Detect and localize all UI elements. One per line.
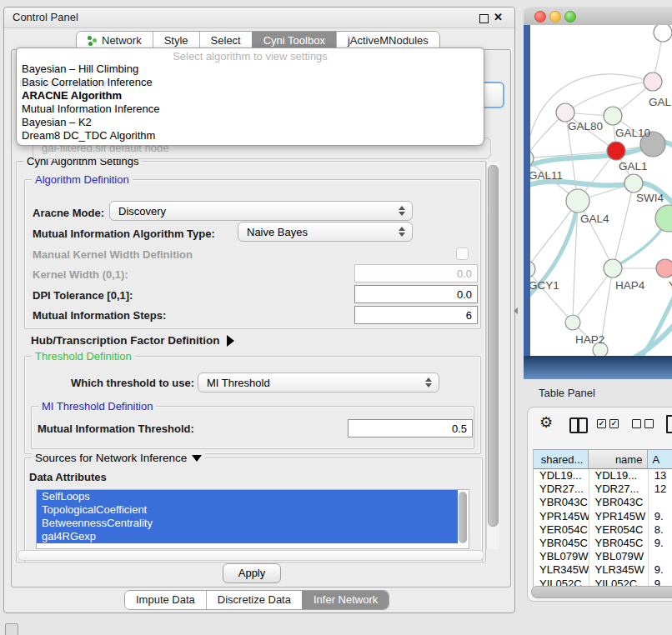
algorithm-dropdown-popup: Select algorithm to view settings Bayesi… [16, 48, 484, 146]
node-top-partial[interactable] [654, 25, 672, 42]
table-hscrollbar[interactable] [531, 586, 672, 598]
node-gcy1-label: GCY1 [530, 279, 559, 292]
column-header-shared[interactable]: shared... [534, 450, 589, 469]
algorithm-option[interactable]: Bayesian – K2 [18, 116, 482, 129]
bottom-tab-impute-data[interactable]: Impute Data [125, 591, 206, 609]
node-gal4[interactable] [566, 189, 589, 212]
table-header-row: shared...nameA [534, 450, 672, 469]
algorithm-option[interactable]: ARACNE Algorithm [18, 89, 482, 102]
mi-threshold-input[interactable] [348, 419, 473, 438]
table-row[interactable]: YER054CYER054C8. [534, 523, 672, 537]
algorithm-option[interactable]: Mutual Information Inference [18, 102, 482, 116]
data-attributes-list[interactable]: SelfLoopsTopologicalCoefficientBetweenne… [36, 489, 469, 549]
stepper-icon [425, 377, 431, 388]
control-panel-window: Control Panel ✕ NetworkStyleSelectCyni T… [3, 7, 515, 613]
table-panel: ⚙ ✓✓ shared...nameA YDL19...YDL19...13YD… [527, 407, 672, 602]
node-hap4[interactable] [604, 259, 622, 278]
table-panel-title: Table Panel [539, 387, 595, 399]
control-panel-title: Control Panel [13, 11, 78, 23]
control-panel-titlebar: Control Panel ✕ [4, 8, 514, 28]
hub-definition-toggle[interactable]: Hub/Transcription Factor Definition [31, 334, 234, 347]
threshold-definition-title: Threshold Definition [32, 350, 135, 362]
float-window-icon[interactable] [479, 14, 489, 23]
node-hap2-label: HAP2 [575, 333, 604, 346]
which-threshold-combo[interactable]: MI Threshold [198, 372, 439, 392]
column-header-A[interactable]: A [648, 450, 672, 469]
document-icon[interactable] [666, 415, 672, 433]
kernel-width-input[interactable] [354, 264, 478, 282]
bottom-tab-label: Impute Data [136, 591, 195, 609]
table-cell: 12 [649, 482, 672, 496]
zoom-traffic-light-icon[interactable] [564, 11, 576, 22]
stepper-icon [399, 226, 404, 238]
table-row[interactable]: YBR043CYBR043C [534, 496, 672, 509]
node-green-big[interactable] [655, 205, 672, 232]
network-window-titlebar[interactable] [524, 7, 672, 26]
attribute-list-item[interactable]: SelfLoops [37, 490, 458, 503]
node-salmon[interactable] [656, 259, 672, 278]
table-cell: 9. [649, 510, 672, 523]
table-cell: YER054C [534, 523, 589, 537]
manual-kernel-checkbox[interactable] [456, 248, 469, 260]
control-panel-bottom-tabs: Impute DataDiscretize DataInfer Network [124, 590, 389, 610]
table-cell: YDL19... [534, 469, 589, 482]
stepper-icon [399, 205, 404, 217]
algorithm-option[interactable]: Bayesian – Hill Climbing [18, 62, 482, 76]
table-row[interactable]: YBL079WYBL079W [534, 550, 672, 563]
table-cell: YDR27... [534, 482, 589, 496]
close-traffic-light-icon[interactable] [534, 11, 546, 22]
algorithm-option[interactable]: Dream8 DC_TDC Algorithm [18, 129, 482, 142]
bottom-tab-infer-network[interactable]: Infer Network [302, 591, 389, 609]
mi-type-combo[interactable]: Naive Bayes [238, 222, 413, 242]
pane-resize-cursor [510, 308, 518, 314]
node-swi4[interactable] [624, 174, 643, 192]
mi-steps-input[interactable] [354, 306, 478, 324]
list-scrollbar-thumb[interactable] [459, 492, 467, 543]
sources-toggle[interactable]: Sources for Network Inference [32, 452, 205, 464]
table-row[interactable]: YDR27...YDR27...12 [534, 482, 672, 496]
dpi-tolerance-input[interactable] [354, 285, 478, 303]
attribute-list-item[interactable]: BetweennessCentrality [37, 517, 458, 530]
close-icon[interactable]: ✕ [494, 11, 503, 23]
aracne-mode-label: Aracne Mode: [33, 207, 104, 219]
node-gal11-label: GAL11 [530, 169, 563, 182]
attribute-list-item[interactable]: gal4RGexp [37, 530, 458, 543]
hub-definition-label: Hub/Transcription Factor Definition [31, 334, 220, 347]
table-cell: 9. [649, 563, 672, 577]
table-row[interactable]: YDL19...YDL19...13 [534, 469, 672, 482]
aracne-mode-combo[interactable]: Discovery [109, 201, 413, 221]
table-cell: YBR045C [534, 537, 589, 550]
node-gal10[interactable] [604, 107, 622, 125]
node-hap2[interactable] [565, 315, 580, 330]
collapsed-panel-icon[interactable] [5, 623, 18, 635]
mi-type-value: Naive Bayes [247, 226, 308, 238]
node-gal1-label: GAL1 [619, 160, 648, 172]
settings-vscrollbar-thumb[interactable] [488, 165, 499, 527]
column-header-name[interactable]: name [589, 450, 648, 469]
node-gal80[interactable] [556, 103, 574, 122]
apply-button[interactable]: Apply [223, 563, 281, 583]
node-gal10-label: GAL10 [615, 127, 650, 139]
attribute-list-item[interactable]: TopologicalCoefficient [37, 503, 458, 517]
table-row[interactable]: YBR045CYBR045C9. [534, 537, 672, 550]
table-row[interactable]: YLR345WYLR345W9. [534, 563, 672, 577]
node-gal[interactable] [644, 72, 662, 91]
settings-hscrollbar[interactable] [18, 550, 484, 561]
columns-icon[interactable] [569, 418, 588, 433]
minimize-traffic-light-icon[interactable] [549, 11, 561, 22]
node-gal1[interactable] [607, 142, 625, 160]
bottom-tab-discretize-data[interactable]: Discretize Data [206, 591, 302, 609]
gear-icon[interactable]: ⚙ [539, 413, 553, 432]
select-all-checkboxes-icon[interactable]: ✓✓ [597, 419, 619, 434]
deselect-all-checkboxes-icon[interactable] [632, 419, 654, 434]
network-canvas[interactable]: GALGAL80GAL10GAL1GAL11SWI4GAL4GCY1HAP4YH… [530, 25, 672, 356]
node-table[interactable]: shared...nameA YDL19...YDL19...13YDR27..… [533, 449, 672, 588]
network-focus-border-bottom [524, 356, 672, 379]
which-threshold-value: MI Threshold [207, 377, 270, 389]
network-icon [88, 36, 92, 40]
node-gcy1[interactable] [530, 261, 535, 278]
node-hap4-label: HAP4 [615, 279, 645, 292]
table-cell: YER054C [589, 523, 649, 537]
kernel-width-label: Kernel Width (0,1): [33, 268, 128, 281]
table-row[interactable]: YPR145WYPR145W9. [534, 510, 672, 523]
